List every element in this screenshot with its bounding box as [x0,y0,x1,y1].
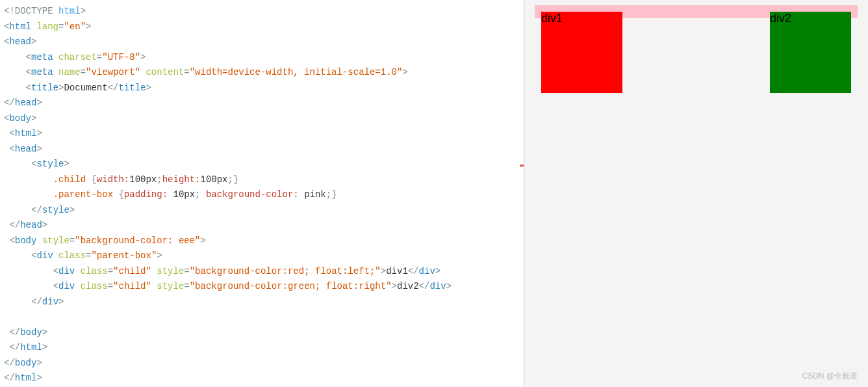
code-line[interactable]: <body style="background-color: eee"> [0,234,524,249]
code-line[interactable]: <meta charset="UTF-8"> [0,50,524,66]
code-line[interactable]: </div> [0,295,524,310]
code-line[interactable]: <style> [0,157,524,172]
parent-box: div1 div2 [535,5,858,18]
code-line[interactable]: <title>Document</title> [0,81,524,96]
watermark: CSDN @全栈道 [802,371,858,382]
code-line[interactable]: </html> [0,371,524,386]
code-line[interactable]: </head> [0,96,524,111]
preview-pane: div1 div2 CSDN @全栈道 [524,0,868,387]
code-line[interactable]: </body> [0,325,524,341]
code-line[interactable]: <body> [0,111,524,127]
code-line[interactable]: <html lang="en"> [0,20,524,35]
code-line[interactable]: .child {width:100px;height:100px;} [0,172,524,188]
split-handle-mark[interactable] [520,165,524,167]
code-line[interactable]: </body> [0,356,524,371]
div1-box: div1 [541,12,622,93]
code-line[interactable] [0,310,524,325]
code-line[interactable]: <div class="child" style="background-col… [0,279,524,295]
code-line[interactable]: <head> [0,142,524,157]
code-line[interactable]: <div class="child" style="background-col… [0,264,524,280]
code-line[interactable]: .parent-box {padding: 10px; background-c… [0,187,524,203]
code-editor-pane[interactable]: <!DOCTYPE html> <html lang="en"> <head> … [0,0,524,387]
code-line[interactable]: </style> [0,203,524,219]
code-line[interactable]: </html> [0,340,524,356]
code-line[interactable]: <div class="parent-box"> [0,248,524,264]
div2-box: div2 [770,12,851,93]
code-line[interactable]: </head> [0,218,524,234]
code-line[interactable]: <meta name="viewport" content="width=dev… [0,65,524,81]
code-line[interactable]: <!DOCTYPE html> [0,4,524,20]
code-line[interactable]: <head> [0,34,524,50]
code-line[interactable]: <html> [0,126,524,142]
